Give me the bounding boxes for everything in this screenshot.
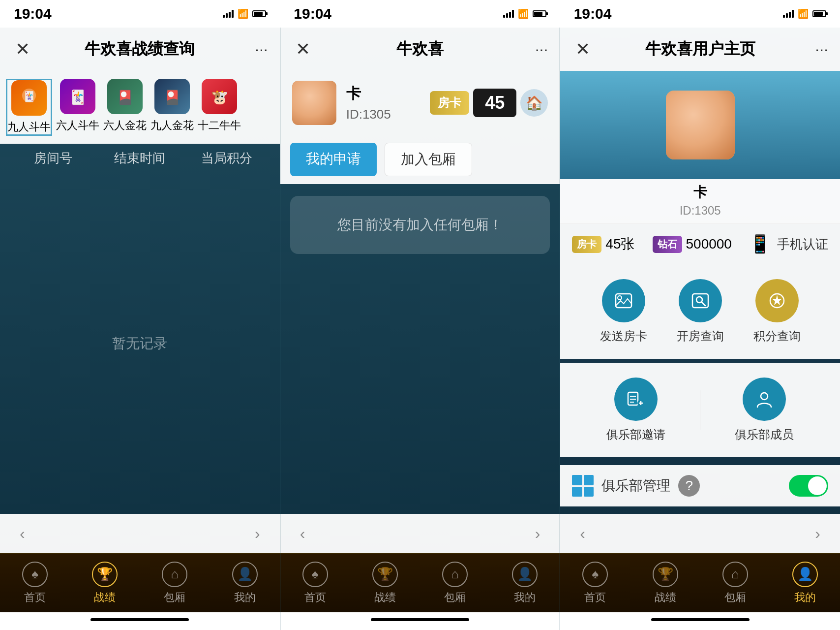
col-score: 当局积分: [183, 150, 270, 167]
nav-room-p2[interactable]: ⌂ 包厢: [420, 554, 490, 612]
battery-icon-3: [812, 10, 826, 17]
mgmt-toggle-knob: [808, 476, 827, 495]
score-query-icon: [755, 279, 799, 322]
status-bar-panel3: 19:04 📶: [560, 0, 840, 28]
svg-text:🐮: 🐮: [211, 89, 228, 105]
room-label-p3: 包厢: [724, 590, 746, 605]
close-button-panel1[interactable]: ✕: [12, 39, 33, 60]
bottom-nav-panel3: ♠ 首页 🏆 战绩 ⌂ 包厢 👤 我的: [560, 553, 840, 612]
signal-icon-3: [783, 10, 794, 18]
wifi-icon-1: 📶: [238, 8, 248, 19]
more-button-panel2[interactable]: ···: [535, 40, 548, 59]
home-icon-p2: ♠: [302, 562, 328, 587]
mine-icon-p1: 👤: [232, 562, 258, 587]
game-label-5: 十二牛牛: [198, 118, 241, 133]
col-time: 结束时间: [96, 150, 183, 167]
forward-arrow-panel1[interactable]: ›: [255, 525, 260, 543]
mine-icon-p3: 👤: [792, 562, 818, 587]
open-room-query-action[interactable]: 开房查询: [677, 279, 724, 344]
management-row: 俱乐部管理 ?: [560, 465, 840, 506]
score-query-action[interactable]: 积分查询: [753, 279, 801, 344]
home-label-p2: 首页: [304, 590, 326, 605]
nav-battle-p3[interactable]: 🏆 战绩: [630, 554, 700, 612]
club-members[interactable]: 俱乐部成员: [700, 378, 828, 442]
nav-bar-panel3: ✕ 牛欢喜用户主页 ···: [560, 28, 840, 71]
svg-point-19: [761, 393, 768, 400]
nav-battle-p2[interactable]: 🏆 战绩: [350, 554, 420, 612]
game-icon-img-5: 🐮: [202, 79, 237, 114]
diamond-badge-icon: 钻石: [653, 236, 682, 253]
user-name-p3: 卡: [693, 183, 707, 202]
send-room-card-action[interactable]: 发送房卡: [600, 279, 647, 344]
nav-home-p1[interactable]: ♠ 首页: [0, 554, 70, 612]
more-button-panel3[interactable]: ···: [815, 40, 828, 59]
diamond-stat: 钻石 500000: [653, 236, 732, 253]
battle-icon-p1: 🏆: [92, 562, 118, 587]
battery-icon-1: [252, 10, 266, 17]
room-card-badge-icon: 房卡: [572, 236, 601, 253]
svg-text:🎴: 🎴: [164, 89, 181, 105]
forward-arrow-panel3[interactable]: ›: [815, 525, 820, 543]
back-arrow-panel1[interactable]: ‹: [20, 525, 25, 543]
close-button-panel2[interactable]: ✕: [292, 39, 314, 60]
room-icon-p1: ⌂: [162, 562, 187, 587]
main-panel: ✕ 牛欢喜 ··· 卡 ID:1305 房卡 45 🏠 我的申请 加入包厢: [280, 28, 561, 630]
tab-my-applications[interactable]: 我的申请: [290, 143, 377, 176]
club-members-icon: [743, 378, 786, 421]
wifi-icon-3: 📶: [798, 8, 809, 19]
battle-records-panel: ✕ 牛欢喜战绩查询 ··· 🃏 九人斗牛 🃏 六人斗牛 🎴 六: [0, 28, 280, 630]
nav-arrows-panel1: ‹ ›: [0, 514, 280, 553]
back-arrow-panel2[interactable]: ‹: [300, 525, 305, 543]
nav-room-p1[interactable]: ⌂ 包厢: [140, 554, 210, 612]
time-panel3: 19:04: [574, 5, 612, 22]
tab-join-room[interactable]: 加入包厢: [385, 143, 472, 176]
room-icon-p3: ⌂: [722, 562, 748, 587]
room-label-p1: 包厢: [164, 590, 185, 605]
battery-icon-2: [533, 10, 546, 17]
club-invite-label: 俱乐部邀请: [606, 427, 665, 442]
game-icon-5[interactable]: 🐮 十二牛牛: [198, 79, 241, 136]
nav-home-p2[interactable]: ♠ 首页: [280, 554, 350, 612]
game-icon-1[interactable]: 🃏 九人斗牛: [6, 79, 52, 136]
game-label-4: 九人金花: [150, 118, 194, 133]
action-icons-grid: 发送房卡 开房查询 积: [560, 264, 840, 359]
game-icon-4[interactable]: 🎴 九人金花: [150, 79, 194, 136]
mine-label-p2: 我的: [514, 590, 536, 605]
nav-mine-p2[interactable]: 👤 我的: [490, 554, 560, 612]
svg-line-10: [701, 302, 705, 306]
send-room-card-label: 发送房卡: [600, 328, 647, 344]
game-icon-img-3: 🎴: [107, 79, 143, 114]
battle-label-p1: 战绩: [94, 590, 116, 605]
battle-label-p2: 战绩: [374, 590, 396, 605]
signal-icon-2: [503, 10, 514, 18]
mgmt-help-button[interactable]: ?: [678, 475, 700, 497]
nav-mine-p3[interactable]: 👤 我的: [770, 554, 840, 612]
svg-text:🎴: 🎴: [117, 89, 134, 105]
nav-battle-p1[interactable]: 🏆 战绩: [70, 554, 140, 612]
back-arrow-panel3[interactable]: ‹: [580, 525, 585, 543]
phone-auth[interactable]: 📱 手机认证: [749, 234, 828, 254]
mine-label-p3: 我的: [794, 590, 816, 605]
game-icon-img-2: 🃏: [60, 79, 95, 114]
club-invite[interactable]: 俱乐部邀请: [572, 378, 700, 442]
game-icon-2[interactable]: 🃏 六人斗牛: [56, 79, 99, 136]
profile-id-p2: ID:1305: [346, 107, 391, 122]
mgmt-toggle[interactable]: [789, 475, 828, 497]
nav-home-p3[interactable]: ♠ 首页: [560, 554, 630, 612]
svg-text:🃏: 🃏: [23, 91, 35, 102]
nav-mine-p1[interactable]: 👤 我的: [210, 554, 280, 612]
forward-arrow-panel2[interactable]: ›: [535, 525, 540, 543]
nav-arrows-panel2: ‹ ›: [280, 514, 560, 553]
home-shortcut-p2[interactable]: 🏠: [520, 89, 548, 117]
home-label-p3: 首页: [584, 590, 606, 605]
nav-room-p3[interactable]: ⌂ 包厢: [700, 554, 770, 612]
club-members-label: 俱乐部成员: [735, 427, 794, 442]
open-room-query-icon: [679, 279, 722, 322]
time-panel2: 19:04: [294, 5, 331, 22]
panel1-title: 牛欢喜战绩查询: [85, 38, 195, 60]
time-panel1: 19:04: [14, 5, 52, 22]
close-button-panel3[interactable]: ✕: [572, 39, 594, 60]
more-button-panel1[interactable]: ···: [255, 40, 268, 59]
game-icon-3[interactable]: 🎴 六人金花: [103, 79, 147, 136]
game-icon-img-4: 🎴: [154, 79, 190, 114]
